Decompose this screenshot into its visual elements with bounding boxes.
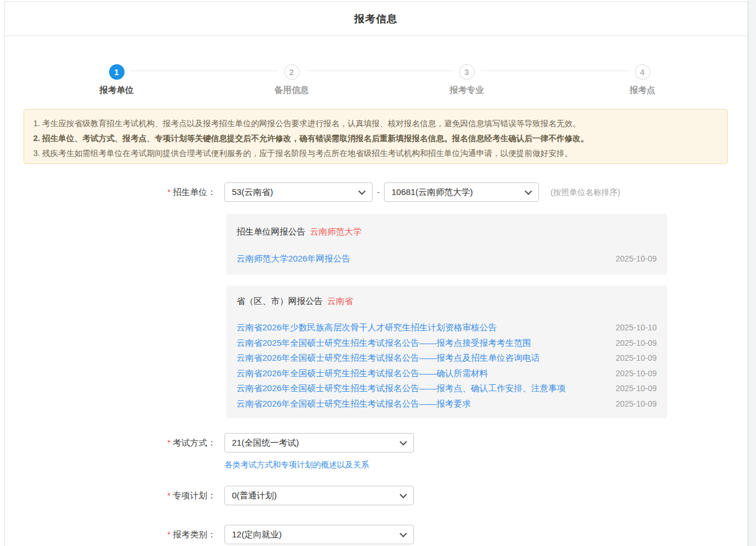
special-plan-select-value: 0(普通计划)	[232, 490, 277, 500]
announcement-date: 2025-10-09	[615, 350, 657, 366]
notice-line-1: 1. 考生应按省级教育招生考试机构、报考点以及报考招生单位的网报公告要求进行报名…	[33, 116, 718, 131]
province-announcement-link[interactable]: 云南省2026年少数民族高层次骨干人才研究生招生计划资格审核公告	[237, 320, 497, 336]
step-1-circle: 1	[109, 64, 125, 80]
required-asterisk: *	[168, 530, 170, 539]
province-announcement-link[interactable]: 云南省2025年全国硕士研究生招生考试报名公告——报考点接受报考考生范围	[237, 336, 531, 351]
step-1-unit: 1 报考单位	[76, 64, 157, 96]
page-title: 报考信息	[354, 12, 398, 26]
announcement-row: 云南省2026年全国硕士研究生招生考试报名公告——报考点及招生单位咨询电话 20…	[237, 350, 657, 366]
step-connector	[305, 71, 453, 71]
province-select[interactable]: 53(云南省)	[224, 182, 373, 202]
announcement-row: 云南省2026年全国硕士研究生招生考试报名公告——报考点、确认工作安排、注意事项…	[237, 381, 657, 396]
chevron-down-icon	[358, 188, 366, 195]
title-bar: 报考信息	[5, 2, 747, 36]
notice-line-2: 2. 招生单位、考试方式、报考点、专项计划等关键信息提交后不允许修改，确有错误需…	[33, 131, 718, 146]
step-2-label: 备用信息	[251, 85, 332, 96]
announcement-date: 2025-10-09	[615, 254, 657, 263]
unit-announcement-link[interactable]: 云南师范大学2026年网报公告	[237, 253, 350, 264]
announcement-date: 2025-10-09	[615, 396, 657, 412]
unit-name-highlight: 云南师范大学	[310, 227, 362, 236]
province-name-highlight: 云南省	[327, 296, 353, 306]
step-connector	[480, 71, 629, 71]
required-asterisk: *	[168, 438, 170, 447]
province-announcement-link[interactable]: 云南省2026年全国硕士研究生招生考试报名公告——确认所需材料	[237, 366, 488, 381]
province-announcement-link[interactable]: 云南省2026年全国硕士研究生招生考试报名公告——报考点及招生单位咨询电话	[237, 350, 540, 366]
province-select-value: 53(云南省)	[232, 187, 273, 197]
scrollbar[interactable]	[748, 0, 756, 546]
stepper: 1 报考单位 2 备用信息 3 报考专业 4 报考点	[5, 36, 747, 99]
main-panel: 报考信息 1 报考单位 2 备用信息 3 报考专业 4 报考点 1. 考生应按省…	[4, 1, 748, 546]
exam-method-help-link[interactable]: 各类考试方式和专项计划的概述以及关系	[224, 460, 369, 470]
province-announcement-box: 省（区、市）网报公告云南省 云南省2026年少数民族高层次骨干人才研究生招生计划…	[226, 286, 667, 418]
unit-announcement-box: 招生单位网报公告云南师范大学 云南师范大学2026年网报公告 2025-10-0…	[226, 214, 667, 275]
province-announcement-list: 云南省2026年少数民族高层次骨干人才研究生招生计划资格审核公告 2025-10…	[237, 320, 657, 411]
step-1-label: 报考单位	[76, 85, 157, 96]
step-4-label: 报考点	[602, 85, 683, 96]
required-asterisk: *	[168, 188, 170, 197]
notice-line-3: 3. 残疾考生如需组考单位在考试期间提供合理考试便利服务的，应于报名阶段与考点所…	[33, 146, 718, 161]
step-4-exam-site: 4 报考点	[602, 64, 683, 96]
announcement-date: 2025-10-09	[615, 366, 657, 381]
announcement-date: 2025-10-10	[615, 320, 657, 336]
unit-select-value: 10681(云南师范大学)	[391, 187, 473, 197]
exam-method-select[interactable]: 21(全国统一考试)	[224, 433, 414, 453]
step-connector	[130, 71, 278, 71]
announcement-row: 云南省2026年少数民族高层次骨干人才研究生招生计划资格审核公告 2025-10…	[237, 320, 657, 336]
announcement-row: 云南省2026年全国硕士研究生招生考试报名公告——确认所需材料 2025-10-…	[237, 366, 657, 381]
notice-box: 1. 考生应按省级教育招生考试机构、报考点以及报考招生单位的网报公告要求进行报名…	[24, 109, 728, 164]
announcement-date: 2025-10-09	[615, 381, 657, 396]
chevron-down-icon	[400, 438, 407, 446]
announcement-row: 云南师范大学2026年网报公告 2025-10-09	[237, 253, 657, 264]
chevron-down-icon	[400, 491, 407, 498]
chevron-down-icon	[525, 188, 532, 195]
announcement-row: 云南省2025年全国硕士研究生招生考试报名公告——报考点接受报考考生范围 202…	[237, 336, 657, 351]
apply-category-label: *报考类别：	[5, 525, 216, 544]
announcement-date: 2025-10-09	[615, 336, 657, 351]
exam-method-label: *考试方式：	[5, 433, 216, 453]
step-3-circle: 3	[459, 64, 475, 80]
step-4-circle: 4	[635, 64, 650, 80]
select-separator: -	[373, 182, 384, 202]
province-announcement-title: 省（区、市）网报公告云南省	[237, 296, 657, 307]
chevron-down-icon	[400, 530, 407, 537]
special-plan-label: *专项计划：	[5, 486, 216, 505]
unit-label: *招生单位：	[5, 182, 216, 202]
special-plan-select[interactable]: 0(普通计划)	[224, 486, 414, 505]
unit-announcement-title: 招生单位网报公告云南师范大学	[237, 227, 657, 237]
apply-category-select-value: 12(定向就业)	[232, 529, 282, 539]
step-3-major: 3 报考专业	[427, 64, 507, 96]
sort-order-note: (按照单位名称排序)	[550, 182, 620, 202]
step-2-backup-info: 2 备用信息	[251, 64, 332, 96]
step-3-label: 报考专业	[427, 85, 507, 96]
exam-method-select-value: 21(全国统一考试)	[232, 438, 299, 447]
announcement-row: 云南省2026年全国硕士研究生招生考试报名公告——报考要求 2025-10-09	[237, 396, 657, 412]
step-2-circle: 2	[284, 64, 300, 80]
required-asterisk: *	[168, 491, 170, 500]
province-announcement-link[interactable]: 云南省2026年全国硕士研究生招生考试报名公告——报考要求	[237, 396, 471, 412]
apply-category-select[interactable]: 12(定向就业)	[224, 525, 414, 544]
unit-select[interactable]: 10681(云南师范大学)	[384, 182, 539, 202]
province-announcement-link[interactable]: 云南省2026年全国硕士研究生招生考试报名公告——报考点、确认工作安排、注意事项	[237, 381, 565, 396]
